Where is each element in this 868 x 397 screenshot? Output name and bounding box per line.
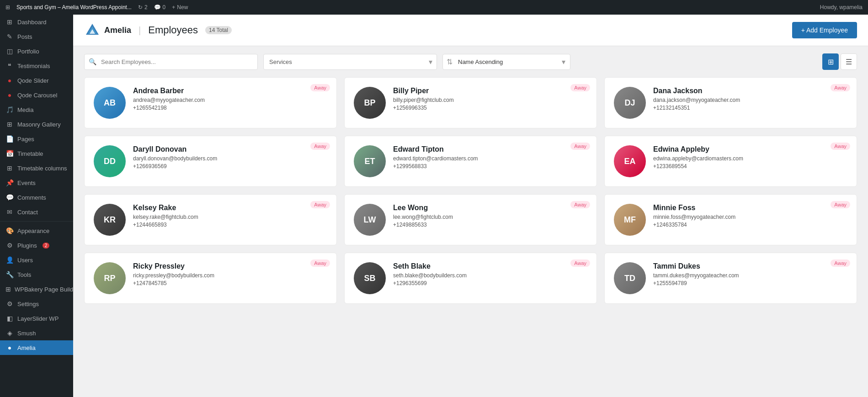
sort-select[interactable]: Name Ascending Name Descending [456, 54, 570, 69]
employee-phone: +1247845785 [133, 280, 327, 286]
sidebar-item-label: Amelia [17, 344, 36, 351]
employee-phone: +1244665893 [133, 222, 327, 228]
sidebar-item-events[interactable]: 📌 Events [0, 175, 73, 190]
page-header: Amelia | Employees 14 Total + Add Employ… [73, 15, 868, 46]
admin-bar-site-name[interactable]: Sports and Gym – Amelia WordPress Appoin… [16, 4, 132, 11]
employee-card[interactable]: DD Daryll Donovan daryll.donovan@bodybui… [84, 136, 337, 187]
timetable-icon: 📅 [5, 150, 14, 157]
employee-email: kelsey.rake@fightclub.com [133, 214, 327, 220]
employee-email: dana.jackson@myyogateacher.com [653, 97, 847, 103]
sidebar-item-label: Comments [17, 194, 46, 201]
employee-name: Seth Blake [393, 262, 587, 270]
away-badge: Away [831, 143, 850, 150]
employee-card[interactable]: EA Edwina Appleby edwina.appleby@cardiom… [604, 136, 857, 187]
sidebar-item-label: Media [17, 106, 33, 113]
admin-bar-revisions[interactable]: ↻ 2 [138, 4, 148, 11]
sidebar-item-tools[interactable]: 🔧 Tools [0, 267, 73, 282]
sidebar-item-media[interactable]: 🎵 Media [0, 102, 73, 117]
sidebar-divider [0, 221, 73, 222]
employee-name: Andrea Barber [133, 87, 327, 95]
employee-email: andrea@myyogateacher.com [133, 97, 327, 103]
employees-grid: AB Andrea Barber andrea@myyogateacher.co… [73, 77, 868, 315]
away-badge: Away [570, 259, 590, 267]
sidebar-item-users[interactable]: 👤 Users [0, 253, 73, 267]
sidebar-item-contact[interactable]: ✉ Contact [0, 205, 73, 219]
employee-email: daryll.donovan@bodybuilders.com [133, 155, 327, 162]
employee-name: Lee Wong [393, 204, 587, 212]
employee-phone: +1255594789 [653, 280, 847, 286]
away-badge: Away [570, 143, 590, 150]
sidebar-item-timetable-columns[interactable]: ⊞ Timetable columns [0, 161, 73, 175]
away-badge: Away [310, 259, 330, 267]
employee-name: Edward Tipton [393, 145, 587, 154]
search-input[interactable] [84, 54, 258, 70]
filters-bar: 🔍 Services ▾ ⇅ Name Ascending Name Desce… [73, 46, 868, 77]
list-view-button[interactable]: ☰ [841, 53, 857, 70]
employee-avatar: ET [354, 145, 386, 177]
employee-card[interactable]: BP Billy Piper billy.piper@fightclub.com… [344, 77, 597, 128]
admin-bar-wp-logo[interactable]: ⊞ [5, 4, 10, 11]
employee-card[interactable]: TD Tammi Dukes tammi.dukes@myyogateacher… [604, 253, 857, 304]
employee-avatar: TD [614, 262, 646, 294]
amelia-logo-icon [84, 22, 101, 38]
sidebar-item-label: Dashboard [17, 19, 47, 26]
posts-icon: ✎ [5, 33, 14, 40]
sidebar-item-posts[interactable]: ✎ Posts [0, 29, 73, 44]
sidebar-item-layerslider[interactable]: ◧ LayerSlider WP [0, 311, 73, 326]
sidebar-item-comments[interactable]: 💬 Comments [0, 190, 73, 205]
sidebar-item-qode-carousel[interactable]: ● Qode Carousel [0, 88, 73, 102]
sidebar-item-amelia[interactable]: ● Amelia [0, 340, 73, 355]
employee-card[interactable]: KR Kelsey Rake kelsey.rake@fightclub.com… [84, 194, 337, 245]
smush-icon: ◈ [5, 329, 14, 337]
sidebar-item-qode-slider[interactable]: ● Qode Slider [0, 73, 73, 88]
employee-name: Daryll Donovan [133, 145, 327, 154]
employee-name: Ricky Pressley [133, 262, 327, 270]
sidebar-item-testimonials[interactable]: ❝ Testimonials [0, 58, 73, 73]
sidebar-item-masonry-gallery[interactable]: ⊞ Masonry Gallery [0, 117, 73, 132]
sidebar-item-dashboard[interactable]: ⊞ Dashboard [0, 15, 73, 29]
admin-bar-new[interactable]: + New [172, 4, 188, 11]
pages-icon: 📄 [5, 135, 14, 143]
employee-card[interactable]: DJ Dana Jackson dana.jackson@myyogateach… [604, 77, 857, 128]
employee-card[interactable]: ET Edward Tipton edward.tipton@cardiomas… [344, 136, 597, 187]
sidebar-item-label: Timetable columns [17, 165, 67, 172]
add-employee-button[interactable]: + Add Employee [792, 22, 857, 38]
employee-name: Tammi Dukes [653, 262, 847, 270]
away-badge: Away [570, 84, 590, 91]
employee-card[interactable]: MF Minnie Foss minnie.foss@myyogateacher… [604, 194, 857, 245]
sidebar-item-label: Testimonials [17, 63, 50, 69]
employee-info: Edward Tipton edward.tipton@cardiomaster… [393, 145, 587, 169]
employee-email: minnie.foss@myyogateacher.com [653, 214, 847, 220]
sidebar-item-label: Qode Carousel [17, 92, 57, 99]
employee-card[interactable]: LW Lee Wong lee.wong@fightclub.com +1249… [344, 194, 597, 245]
employee-phone: +1249885633 [393, 222, 587, 228]
plugins-badge: 2 [43, 243, 50, 249]
away-badge: Away [310, 143, 330, 150]
employee-name: Edwina Appleby [653, 145, 847, 154]
employee-card[interactable]: SB Seth Blake seth.blake@bodybuilders.co… [344, 253, 597, 304]
sidebar-item-pages[interactable]: 📄 Pages [0, 132, 73, 146]
content-area: Amelia | Employees 14 Total + Add Employ… [73, 15, 868, 397]
employee-card[interactable]: RP Ricky Pressley ricky.pressley@bodybui… [84, 253, 337, 304]
employee-phone: +1266936569 [133, 163, 327, 169]
employee-info: Seth Blake seth.blake@bodybuilders.com +… [393, 262, 587, 286]
sidebar-item-portfolio[interactable]: ◫ Portfolio [0, 44, 73, 58]
sidebar-item-timetable[interactable]: 📅 Timetable [0, 146, 73, 161]
employee-card[interactable]: AB Andrea Barber andrea@myyogateacher.co… [84, 77, 337, 128]
employee-avatar: RP [94, 262, 126, 294]
portfolio-icon: ◫ [5, 48, 14, 55]
media-icon: 🎵 [5, 106, 14, 113]
admin-bar: ⊞ Sports and Gym – Amelia WordPress Appo… [0, 0, 868, 15]
employee-phone: +12132145351 [653, 105, 847, 111]
services-select[interactable]: Services [263, 54, 437, 70]
sidebar-item-plugins[interactable]: ⚙ Plugins 2 [0, 238, 73, 253]
employee-email: edwina.appleby@cardiomasters.com [653, 155, 847, 162]
sidebar-item-wpbakery[interactable]: ⊞ WPBakery Page Builder [0, 282, 73, 296]
sidebar-item-smush[interactable]: ◈ Smush [0, 326, 73, 340]
employee-phone: +1299568833 [393, 163, 587, 169]
plugins-icon: ⚙ [5, 242, 14, 249]
admin-bar-comments[interactable]: 💬 0 [154, 4, 166, 11]
grid-view-button[interactable]: ⊞ [822, 53, 839, 70]
sidebar-item-settings[interactable]: ⚙ Settings [0, 296, 73, 311]
sidebar-item-appearance[interactable]: 🎨 Appearance [0, 223, 73, 238]
